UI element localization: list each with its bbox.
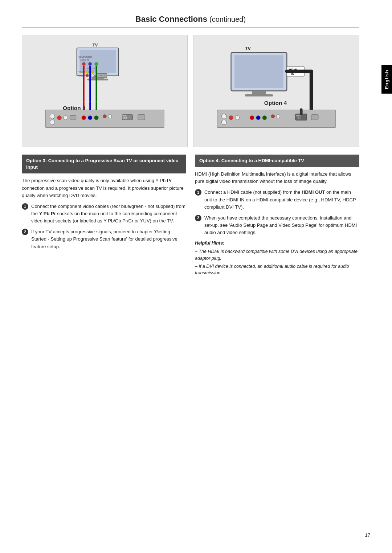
svg-point-32 — [94, 116, 99, 120]
option3-diagram-box: TV COMPONENT VIDEO IN OUT IN VIDEO — [22, 35, 188, 147]
svg-point-62 — [271, 115, 275, 118]
step-badge-1: 1 — [22, 203, 28, 210]
option3-steps: 1 Connect the component video cables (re… — [22, 203, 186, 250]
svg-point-58 — [235, 116, 240, 120]
text-columns: Option 3: Connecting to a Progressive Sc… — [22, 155, 359, 278]
svg-point-27 — [57, 116, 62, 120]
svg-point-60 — [256, 116, 261, 120]
option3-step-2: 2 If your TV accepts progressive signals… — [22, 228, 186, 250]
corner-mark-bl — [11, 535, 18, 542]
step4-badge-1: 1 — [195, 189, 201, 196]
svg-rect-44 — [234, 55, 283, 88]
corner-mark-tr — [374, 11, 381, 18]
option3-section-header: Option 3: Connecting to a Progressive Sc… — [22, 155, 186, 173]
corner-mark-br — [374, 535, 381, 542]
option3-text-col: Option 3: Connecting to a Progressive Sc… — [22, 155, 186, 278]
svg-point-28 — [64, 116, 68, 120]
svg-point-16 — [86, 74, 89, 77]
svg-point-26 — [50, 120, 55, 124]
svg-text:Option 4: Option 4 — [264, 100, 287, 106]
svg-point-17 — [91, 74, 94, 77]
svg-point-13 — [91, 71, 94, 74]
svg-rect-67 — [311, 115, 318, 120]
hint-1: – The HDMI is backward compatible with s… — [195, 248, 359, 262]
option4-steps: 1 Connect a HDMI cable (not supplied) fr… — [195, 189, 359, 236]
option3-diagram-svg: TV COMPONENT VIDEO IN OUT IN VIDEO — [27, 40, 182, 131]
option4-body: HDMI (High Definition Multimedia Interfa… — [195, 171, 359, 185]
helpful-hints: Helpful Hints: – The HDMI is backward co… — [195, 240, 359, 276]
svg-text:OUT: OUT — [123, 117, 127, 119]
hints-title: Helpful Hints: — [195, 240, 359, 247]
option3-step1-text: Connect the component video cables (red/… — [31, 203, 186, 225]
svg-point-59 — [250, 116, 254, 120]
language-tab: English — [381, 65, 392, 94]
svg-text:COMPONENT: COMPONENT — [78, 56, 92, 58]
option4-section-header: Option 4: Connecting to a HDMI-compatibl… — [195, 155, 359, 167]
main-content: Basic Connections (continued) TV COMPONE… — [22, 15, 370, 278]
option4-step-2: 2 When you have completed the necessary … — [195, 214, 359, 236]
svg-point-33 — [103, 115, 107, 118]
svg-point-56 — [222, 120, 226, 124]
svg-point-9 — [95, 62, 98, 66]
svg-point-34 — [108, 115, 112, 118]
svg-rect-29 — [70, 116, 76, 120]
svg-rect-24 — [45, 110, 164, 127]
option3-step2-text: If your TV accepts progressive signals, … — [31, 228, 186, 250]
svg-point-55 — [222, 114, 226, 119]
svg-point-31 — [88, 116, 92, 120]
svg-point-63 — [277, 115, 280, 118]
svg-point-61 — [262, 116, 267, 120]
svg-point-8 — [88, 62, 92, 66]
option4-text-col: Option 4: Connecting to a HDMI-compatibl… — [195, 155, 359, 278]
svg-text:HDMI: HDMI — [123, 115, 127, 117]
option4-step2-text: When you have completed the necessary co… — [204, 214, 359, 236]
svg-rect-38 — [138, 115, 145, 120]
svg-text:SCART IN: SCART IN — [97, 75, 106, 77]
svg-text:TV: TV — [245, 46, 251, 51]
svg-point-57 — [229, 116, 233, 120]
svg-text:OUT: OUT — [297, 118, 301, 119]
option4-diagram-svg: TV HDMI IN Option 4 — [199, 40, 354, 131]
diagrams-row: TV COMPONENT VIDEO IN OUT IN VIDEO — [22, 35, 359, 147]
option3-step-1: 1 Connect the component video cables (re… — [22, 203, 186, 225]
svg-point-30 — [82, 116, 86, 120]
corner-mark-tl — [11, 11, 18, 18]
option4-step1-text: Connect a HDMI cable (not supplied) from… — [204, 189, 359, 210]
option4-diagram-box: TV HDMI IN Option 4 — [193, 35, 359, 147]
page-title: Basic Connections (continued) — [22, 15, 359, 28]
option3-body: The progressive scan video quality is on… — [22, 177, 186, 199]
svg-text:VIDEO IN: VIDEO IN — [79, 59, 89, 61]
svg-rect-46 — [245, 94, 273, 97]
svg-text:HDMI: HDMI — [296, 115, 301, 117]
option4-step-1: 1 Connect a HDMI cable (not supplied) fr… — [195, 189, 359, 210]
svg-rect-45 — [252, 91, 266, 94]
svg-text:TV: TV — [93, 43, 98, 47]
hint-2: – If a DVI device is connected, an addit… — [195, 263, 359, 277]
page-number: 17 — [365, 532, 370, 538]
svg-point-25 — [50, 114, 55, 119]
svg-point-12 — [86, 71, 89, 74]
svg-point-7 — [82, 62, 86, 66]
step4-badge-2: 2 — [195, 215, 201, 221]
step-badge-2: 2 — [22, 229, 28, 235]
